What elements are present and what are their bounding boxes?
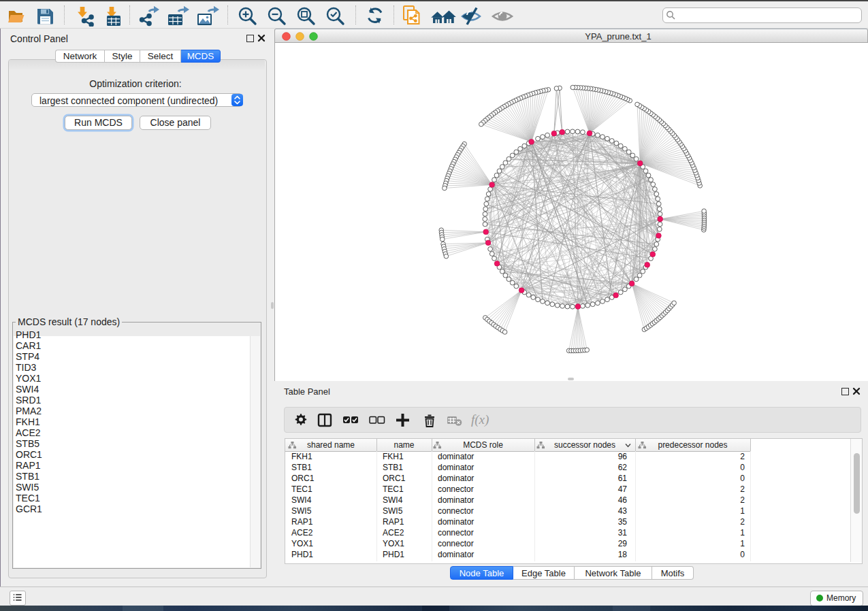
svg-text:f(x): f(x) bbox=[471, 412, 489, 427]
